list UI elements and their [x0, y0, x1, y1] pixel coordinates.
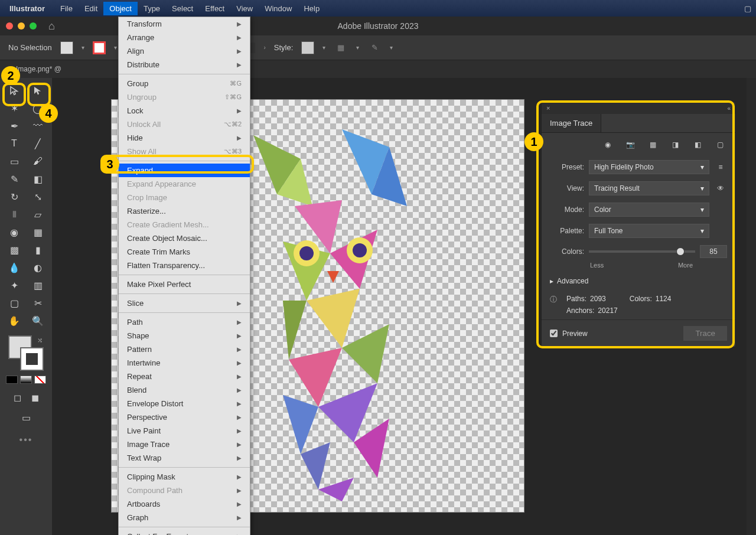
colors-slider[interactable] [589, 250, 695, 253]
hand-tool[interactable]: ✋ [2, 312, 26, 330]
low-color-icon[interactable]: ▦ [646, 139, 660, 151]
high-color-icon[interactable]: 📷 [623, 139, 637, 151]
menu-item-slice[interactable]: Slice▶ [119, 296, 250, 310]
menu-item-transform[interactable]: Transform▶ [119, 17, 250, 31]
document-tab[interactable]: Image.png* @ [16, 65, 61, 73]
traced-image[interactable] [224, 123, 436, 501]
eraser-tool[interactable]: ◧ [26, 170, 50, 188]
direct-selection-tool[interactable] [26, 81, 50, 99]
menu-item-envelope-distort[interactable]: Envelope Distort▶ [119, 397, 250, 410]
menu-item-path[interactable]: Path▶ [119, 315, 250, 329]
menu-item-text-wrap[interactable]: Text Wrap▶ [119, 451, 250, 465]
paintbrush-tool[interactable]: 🖌 [26, 152, 50, 170]
fullscreen-window-icon[interactable] [30, 22, 37, 30]
draw-normal-icon[interactable]: ◻ [9, 389, 25, 406]
menu-effect[interactable]: Effect [199, 2, 230, 15]
preset-select[interactable]: High Fidelity Photo▾ [589, 160, 709, 174]
align-icon[interactable]: ▦ [334, 41, 348, 55]
menu-select[interactable]: Select [166, 2, 199, 15]
menu-item-align[interactable]: Align▶ [119, 44, 250, 58]
menu-help[interactable]: Help [298, 2, 325, 15]
gradient-tool[interactable]: ▮ [26, 241, 50, 259]
menu-item-hide[interactable]: Hide▶ [119, 131, 250, 145]
view-select[interactable]: Tracing Result▾ [589, 181, 709, 195]
menu-item-lock[interactable]: Lock▶ [119, 104, 250, 118]
black-white-icon[interactable]: ◧ [690, 139, 705, 151]
image-trace-tab[interactable]: Image Trace [542, 114, 601, 132]
menu-item-expand-[interactable]: Expand... [119, 164, 250, 177]
draw-behind-icon[interactable]: ◼ [27, 389, 43, 406]
line-tool[interactable]: ╱ [26, 135, 50, 152]
type-tool[interactable]: T [2, 135, 26, 152]
color-mode-solid[interactable] [6, 376, 18, 384]
menu-item-shape[interactable]: Shape▶ [119, 329, 250, 342]
stroke-dropdown-icon[interactable]: ▾ [114, 44, 117, 51]
auto-color-icon[interactable]: ◉ [601, 139, 615, 151]
fill-swatch[interactable] [60, 41, 73, 54]
pen-tool[interactable]: ✒ [2, 117, 26, 135]
mesh-tool[interactable]: ▩ [2, 241, 26, 259]
symbol-sprayer-tool[interactable]: ✦ [2, 276, 26, 294]
menu-item-perspective[interactable]: Perspective▶ [119, 410, 250, 424]
color-swatches[interactable]: ⤭ [8, 335, 44, 371]
menu-item-flatten-transparency-[interactable]: Flatten Transparency... [119, 259, 250, 272]
menu-item-artboards[interactable]: Artboards▶ [119, 497, 250, 511]
menu-item-distribute[interactable]: Distribute▶ [119, 58, 250, 71]
menu-item-graph[interactable]: Graph▶ [119, 511, 250, 524]
menu-item-repeat[interactable]: Repeat▶ [119, 370, 250, 383]
preview-checkbox[interactable]: Preview [550, 330, 588, 338]
slice-tool[interactable]: ✂ [26, 294, 50, 312]
vertical-scrollbar[interactable] [747, 78, 756, 535]
blend-tool[interactable]: ◐ [26, 259, 50, 276]
menu-item-clipping-mask[interactable]: Clipping Mask▶ [119, 470, 250, 484]
stroke-color-icon[interactable] [20, 347, 44, 371]
close-window-icon[interactable] [6, 22, 13, 30]
transform-icon[interactable]: ✎ [367, 41, 382, 55]
free-transform-tool[interactable]: ▱ [26, 205, 50, 223]
menu-item-rasterize-[interactable]: Rasterize... [119, 204, 250, 218]
style-dropdown-icon[interactable]: ▾ [322, 44, 325, 51]
swap-colors-icon[interactable]: ⤭ [37, 337, 43, 344]
menu-file[interactable]: File [54, 2, 79, 15]
advanced-toggle[interactable]: ▸ Advanced [542, 272, 735, 290]
menu-window[interactable]: Window [259, 2, 298, 15]
graphic-style-swatch[interactable] [301, 41, 314, 54]
scale-tool[interactable]: ⤡ [26, 188, 50, 205]
outline-icon[interactable]: ▢ [713, 139, 727, 151]
menubar-notification-icon[interactable]: ▢ [744, 4, 751, 13]
menu-edit[interactable]: Edit [79, 2, 103, 15]
panel-close-icon[interactable]: × [546, 105, 550, 112]
menu-item-group[interactable]: Group⌘G [119, 77, 250, 90]
stroke-swatch[interactable] [93, 41, 106, 54]
menu-item-blend[interactable]: Blend▶ [119, 383, 250, 397]
minimize-window-icon[interactable] [18, 22, 25, 30]
menu-view[interactable]: View [230, 2, 259, 15]
menu-item-collect-for-export[interactable]: Collect For Export▶ [119, 530, 250, 535]
grayscale-icon[interactable]: ◨ [668, 139, 682, 151]
menu-item-create-object-mosaic-[interactable]: Create Object Mosaic... [119, 231, 250, 245]
color-mode-gradient[interactable] [20, 376, 32, 384]
mode-select[interactable]: Color▾ [589, 203, 709, 217]
rotate-tool[interactable]: ↻ [2, 188, 26, 205]
fill-dropdown-icon[interactable]: ▾ [82, 44, 84, 51]
eyedropper-tool[interactable]: 💧 [2, 259, 26, 276]
shape-builder-tool[interactable]: ◉ [2, 223, 26, 241]
menu-item-pattern[interactable]: Pattern▶ [119, 342, 250, 356]
screen-mode-icon[interactable]: ▭ [14, 409, 38, 426]
view-eye-icon[interactable]: 👁 [714, 184, 727, 193]
opacity-dropdown-icon[interactable]: › [263, 44, 265, 51]
palette-select[interactable]: Full Tone▾ [589, 224, 709, 238]
zoom-tool[interactable]: 🔍 [26, 312, 50, 330]
preview-checkbox-input[interactable] [550, 330, 558, 337]
transform-dropdown-icon[interactable]: ▾ [390, 44, 393, 51]
preset-menu-icon[interactable]: ≡ [714, 163, 727, 171]
magic-wand-tool[interactable]: ✶ [2, 99, 26, 117]
menu-item-intertwine[interactable]: Intertwine▶ [119, 356, 250, 370]
panel-collapse-icon[interactable]: « [727, 105, 731, 112]
menu-item-arrange[interactable]: Arrange▶ [119, 31, 250, 44]
edit-toolbar-icon[interactable]: ••• [19, 435, 33, 445]
artboard-tool[interactable]: ▢ [2, 294, 26, 312]
slider-thumb-icon[interactable] [676, 247, 685, 256]
menu-item-make-pixel-perfect[interactable]: Make Pixel Perfect [119, 278, 250, 291]
menu-item-image-trace[interactable]: Image Trace▶ [119, 438, 250, 451]
